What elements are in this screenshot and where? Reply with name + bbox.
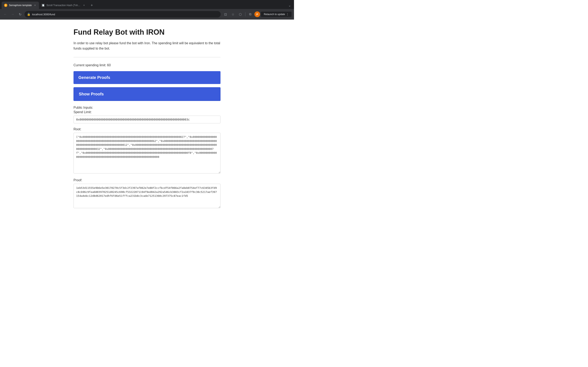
generate-proofs-button[interactable]: Generate Proofs [73, 71, 221, 84]
tab-bar: S Semaphore template × 📄 Scroll Transact… [0, 0, 294, 9]
tab-semaphore[interactable]: S Semaphore template × [2, 2, 39, 9]
spending-limit-text: Current spending limit: 60 [73, 63, 221, 67]
toolbar-actions: ⊡ ☆ ⬡ ⧉ P Relaunch to update ⋮ [222, 11, 292, 17]
root-textarea[interactable] [73, 133, 221, 174]
public-inputs-label: Public Inputs: [73, 106, 221, 109]
show-proofs-button[interactable]: Show Proofs [73, 87, 221, 101]
toolbar: ← → ↻ 🔒 localhost:3000/fund ⊡ ☆ ⬡ ⧉ P Re… [0, 9, 294, 20]
forward-button[interactable]: → [10, 11, 16, 17]
toolbar-divider [245, 12, 245, 16]
tab-scroll-title: Scroll Transaction Hash (Txha... [46, 4, 81, 7]
spend-limit-label: Spend Limit: [73, 110, 221, 114]
page-title: Fund Relay Bot with IRON [73, 28, 221, 36]
relaunch-label: Relaunch to update [264, 13, 285, 16]
public-inputs-section: Public Inputs: Spend Limit: [73, 106, 221, 127]
address-bar[interactable]: 🔒 localhost:3000/fund [25, 11, 221, 17]
root-label: Root: [73, 127, 221, 131]
relaunch-button[interactable]: Relaunch to update ⋮ [261, 12, 292, 17]
back-button[interactable]: ← [2, 11, 8, 17]
root-section: Root: [73, 127, 221, 178]
proof-label: Proof: [73, 178, 221, 182]
tab-scroll-close[interactable]: × [82, 4, 86, 7]
spend-limit-input[interactable] [73, 116, 221, 123]
tab-favicon-semaphore: S [4, 4, 7, 7]
address-text: localhost:3000/fund [32, 13, 218, 16]
profile-button[interactable]: P [254, 11, 260, 17]
page-description: In order to use relay bot please fund th… [73, 41, 221, 51]
split-view-button[interactable]: ⧉ [247, 11, 254, 17]
relaunch-menu-icon: ⋮ [286, 13, 289, 16]
lock-icon: 🔒 [27, 13, 30, 16]
content-wrapper: Fund Relay Bot with IRON In order to use… [69, 28, 225, 209]
tab-favicon-scroll: 📄 [42, 4, 45, 7]
bookmark-button[interactable]: ☆ [230, 11, 236, 17]
tab-semaphore-close[interactable]: × [33, 4, 36, 7]
reload-button[interactable]: ↻ [17, 11, 23, 17]
cast-button[interactable]: ⊡ [222, 11, 229, 17]
page-content: Fund Relay Bot with IRON In order to use… [0, 20, 294, 367]
proof-section: Proof: [73, 178, 221, 209]
proof-textarea[interactable] [73, 184, 221, 208]
tab-semaphore-title: Semaphore template [9, 4, 32, 7]
tab-overflow-button[interactable]: ⌄ [287, 2, 292, 8]
extensions-button[interactable]: ⬡ [237, 11, 243, 17]
tab-scroll[interactable]: 📄 Scroll Transaction Hash (Txha... × [39, 2, 88, 9]
section-divider [73, 57, 221, 57]
new-tab-button[interactable]: + [89, 2, 95, 8]
browser-chrome: S Semaphore template × 📄 Scroll Transact… [0, 0, 294, 20]
